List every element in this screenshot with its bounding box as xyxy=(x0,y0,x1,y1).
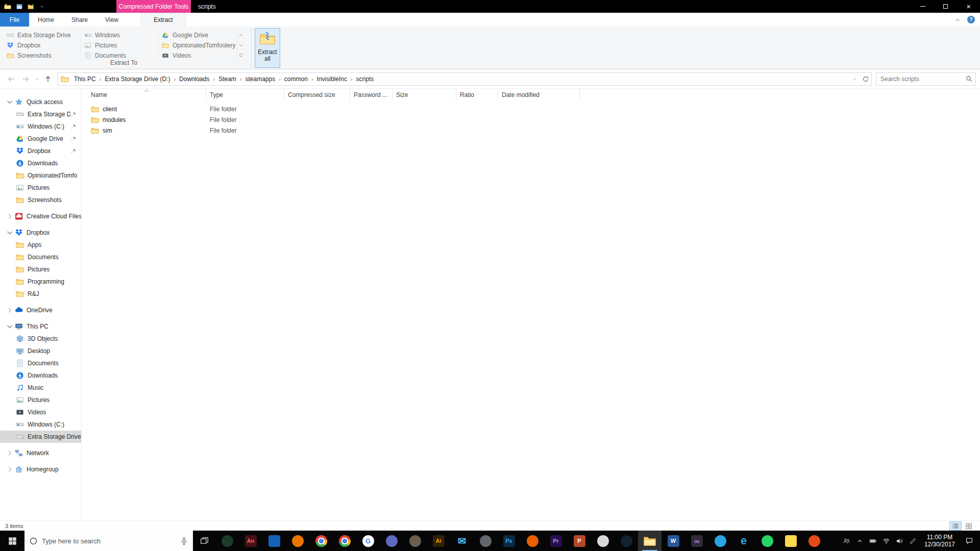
taskbar-app-gimp[interactable] xyxy=(403,531,427,551)
sidebar-item-this-pc[interactable]: This PC xyxy=(0,320,81,333)
taskbar-app-google[interactable]: G xyxy=(356,531,380,551)
extract-destination-dropbox[interactable]: Dropbox xyxy=(4,40,80,51)
file-tab[interactable]: File xyxy=(0,13,29,27)
sidebar-item-pictures[interactable]: Pictures xyxy=(0,263,81,276)
taskbar-app-chrome[interactable] xyxy=(309,531,333,551)
sidebar-item-music[interactable]: Music xyxy=(0,382,81,394)
breadcrumb-item-this-pc[interactable]: This PC xyxy=(71,73,99,85)
task-view-button[interactable] xyxy=(193,531,215,551)
taskbar-clock[interactable]: 11:00 PM 12/30/2017 xyxy=(920,534,960,548)
tray-hidden-icons-button[interactable] xyxy=(853,531,867,551)
breadcrumb-item-steam[interactable]: Steam xyxy=(215,73,239,85)
recent-locations-button[interactable] xyxy=(33,72,41,86)
chevron-collapsed-icon[interactable] xyxy=(6,212,14,220)
taskbar-app-edge[interactable]: e xyxy=(732,531,755,551)
taskbar-app-mail[interactable]: ✉ xyxy=(450,531,474,551)
taskbar-app-file-explorer[interactable] xyxy=(638,531,662,551)
chevron-collapsed-icon[interactable] xyxy=(6,449,14,457)
breadcrumb-item-steamapps[interactable]: steamapps xyxy=(242,73,278,85)
gallery-scroll-up-button[interactable] xyxy=(237,30,244,40)
start-button[interactable] xyxy=(0,531,24,551)
column-header-date-modified[interactable]: Date modified xyxy=(498,89,580,101)
sidebar-item-homegroup[interactable]: Homegroup xyxy=(0,463,81,475)
extract-destination-extra-storage-drive[interactable]: Extra Storage Drive xyxy=(4,30,80,40)
taskbar-app-visual-studio[interactable]: ∞ xyxy=(685,531,708,551)
extract-destination-windows[interactable]: Windows xyxy=(82,30,158,40)
tab-share[interactable]: Share xyxy=(63,13,96,27)
sidebar-item-onedrive[interactable]: OneDrive xyxy=(0,304,81,316)
taskbar-app-gear-app[interactable] xyxy=(591,531,615,551)
help-icon[interactable]: ? xyxy=(967,16,975,23)
action-center-button[interactable] xyxy=(960,537,979,545)
gallery-scroll-down-button[interactable] xyxy=(237,40,244,51)
taskbar-app-whatsapp[interactable] xyxy=(755,531,779,551)
sidebar-item-creative-cloud-files[interactable]: Creative Cloud Files xyxy=(0,210,81,222)
sidebar-item-desktop[interactable]: Desktop xyxy=(0,345,81,357)
sidebar-item-extra-storage-dri[interactable]: Extra Storage Dri xyxy=(0,108,81,120)
column-header-ratio[interactable]: Ratio xyxy=(456,89,498,101)
tray-battery-button[interactable] xyxy=(867,531,880,551)
minimize-ribbon-icon[interactable] xyxy=(954,16,961,23)
sidebar-item-videos[interactable]: Videos xyxy=(0,406,81,418)
column-header-size[interactable]: Size xyxy=(393,89,456,101)
new-folder-icon[interactable] xyxy=(28,3,35,10)
chevron-expanded-icon[interactable] xyxy=(6,98,14,106)
sidebar-item-documents[interactable]: Documents xyxy=(0,251,81,263)
address-bar[interactable]: This PC›Extra Storage Drive (D:)›Downloa… xyxy=(57,72,872,86)
breadcrumb-item-invisibleinc[interactable]: InvisibleInc xyxy=(314,73,350,85)
back-button[interactable] xyxy=(4,72,18,86)
chevron-collapsed-icon[interactable] xyxy=(6,306,14,314)
tab-extract[interactable]: Extract xyxy=(141,13,186,27)
breadcrumb-item-downloads[interactable]: Downloads xyxy=(176,73,212,85)
chevron-collapsed-icon[interactable] xyxy=(6,465,14,473)
sidebar-item-opinionatedtomfo[interactable]: OpinionatedTomfo xyxy=(0,169,81,182)
breadcrumb-item-extra-storage-drive-d[interactable]: Extra Storage Drive (D:) xyxy=(102,73,173,85)
sidebar-item-documents[interactable]: Documents xyxy=(0,357,81,369)
up-button[interactable] xyxy=(41,72,55,86)
taskbar-app-blender[interactable] xyxy=(286,531,309,551)
taskbar-app-steam[interactable] xyxy=(615,531,638,551)
sidebar-item-downloads[interactable]: Downloads xyxy=(0,369,81,382)
tab-view[interactable]: View xyxy=(96,13,127,27)
taskbar-app-gray-circle-app[interactable] xyxy=(474,531,497,551)
taskbar-app-powerpoint[interactable]: P xyxy=(568,531,591,551)
chevron-expanded-icon[interactable] xyxy=(6,229,14,237)
sidebar-item-dropbox[interactable]: Dropbox xyxy=(0,227,81,239)
taskbar-app-red-flame[interactable] xyxy=(802,531,826,551)
taskbar-app-word[interactable]: W xyxy=(662,531,685,551)
large-icons-view-button[interactable] xyxy=(963,521,975,531)
extract-destination-pictures[interactable]: Pictures xyxy=(82,40,158,51)
sidebar-item-google-drive[interactable]: Google Drive xyxy=(0,133,81,145)
taskbar-app-green-emulator[interactable] xyxy=(215,531,239,551)
sidebar-item-pictures[interactable]: Pictures xyxy=(0,182,81,194)
maximize-button[interactable] xyxy=(934,0,957,13)
taskbar-search-input[interactable] xyxy=(42,537,176,545)
column-header-type[interactable]: Type xyxy=(206,89,284,101)
taskbar-app-photos-app[interactable] xyxy=(380,531,403,551)
tray-people-button[interactable] xyxy=(840,531,853,551)
properties-icon[interactable] xyxy=(16,3,23,10)
minimize-button[interactable] xyxy=(911,0,934,13)
details-view-button[interactable] xyxy=(949,521,962,531)
sidebar-item-network[interactable]: Network xyxy=(0,447,81,459)
search-input[interactable] xyxy=(876,73,975,85)
tab-home[interactable]: Home xyxy=(29,13,63,27)
taskbar-app-illustrator[interactable]: Ai xyxy=(427,531,450,551)
taskbar-app-chromium[interactable] xyxy=(333,531,356,551)
microphone-icon[interactable] xyxy=(180,537,188,545)
extract-all-button[interactable]: Extract all xyxy=(255,28,280,68)
file-row-sim[interactable]: simFile folder xyxy=(87,125,980,136)
breadcrumb-item-common[interactable]: common xyxy=(281,73,311,85)
taskbar-app-animate[interactable]: An xyxy=(239,531,262,551)
sidebar-item-screenshots[interactable]: Screenshots xyxy=(0,194,81,206)
extract-destination-google-drive[interactable]: Google Drive xyxy=(159,30,236,40)
sidebar-item-r-j[interactable]: R&J xyxy=(0,288,81,300)
breadcrumb-item-scripts[interactable]: scripts xyxy=(353,73,377,85)
close-button[interactable]: × xyxy=(957,0,980,13)
sidebar-item-downloads[interactable]: Downloads xyxy=(0,157,81,169)
taskbar-app-telegram[interactable] xyxy=(708,531,732,551)
forward-button[interactable] xyxy=(18,72,33,86)
tray-pen-button[interactable] xyxy=(906,531,920,551)
sidebar-item-extra-storage-drive[interactable]: Extra Storage Drive ( xyxy=(0,431,81,443)
taskbar-app-premiere[interactable]: Pr xyxy=(544,531,568,551)
